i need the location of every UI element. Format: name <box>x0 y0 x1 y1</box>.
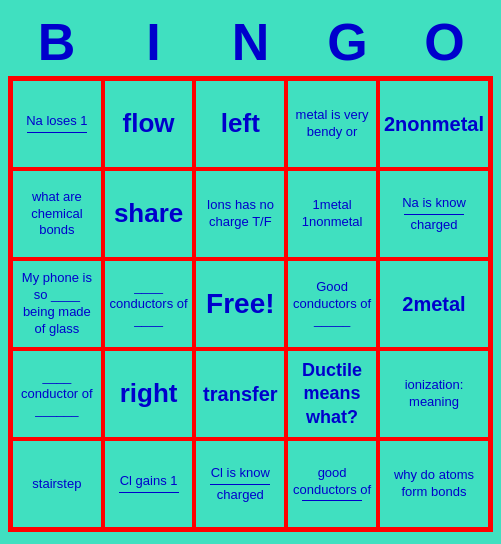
cell-r3c1-text: My phone is so ____ being made of glass <box>17 270 97 338</box>
cell-r1c1: Na loses 1 <box>11 79 103 169</box>
cell-r2c2: share <box>103 169 195 259</box>
header-g: G <box>303 12 393 72</box>
header-b: B <box>12 12 102 72</box>
cell-r5c2-text: Cl gains 1 <box>120 473 178 490</box>
cell-r2c3: Ions has no charge T/F <box>194 169 286 259</box>
cell-r5c3-text: Cl is know <box>211 465 270 482</box>
cell-r4c1: ____ conductor of ______ <box>11 349 103 439</box>
cell-r1c3: left <box>194 79 286 169</box>
cell-r2c1-text: what are chemical bonds <box>17 189 97 240</box>
cell-r1c4: metal is very bendy or <box>286 79 378 169</box>
cell-r3c3-text: Free! <box>206 286 274 322</box>
cell-r4c2: right <box>103 349 195 439</box>
cell-r5c3-sub: charged <box>217 487 264 504</box>
cell-r2c5-sub: charged <box>410 217 457 234</box>
cell-r3c5-text: 2metal <box>402 291 465 317</box>
cell-r3c1: My phone is so ____ being made of glass <box>11 259 103 349</box>
cell-r5c3: Cl is know charged <box>194 439 286 529</box>
cell-r3c4: Good conductors of _____ <box>286 259 378 349</box>
cell-r3c2-text: ____ conductors of ____ <box>109 279 189 330</box>
cell-r3c3-free: Free! <box>194 259 286 349</box>
cell-r3c2: ____ conductors of ____ <box>103 259 195 349</box>
cell-r1c1-blank <box>27 132 87 133</box>
cell-r5c1-text: stairstep <box>32 476 81 493</box>
cell-r4c1-text: ____ conductor of ______ <box>17 369 97 420</box>
header-n: N <box>206 12 296 72</box>
cell-r2c5-text: Na is know <box>402 195 466 212</box>
cell-r5c4-text: good conductors of <box>292 465 372 499</box>
cell-r2c3-text: Ions has no charge T/F <box>200 197 280 231</box>
cell-r4c3-text: transfer <box>203 381 277 407</box>
cell-r2c1: what are chemical bonds <box>11 169 103 259</box>
cell-r4c5-text: ionization: meaning <box>384 377 484 411</box>
cell-r1c4-text: metal is very bendy or <box>292 107 372 141</box>
cell-r4c4: Ductile means what? <box>286 349 378 439</box>
cell-r5c2-blank <box>119 492 179 493</box>
cell-r1c2: flow <box>103 79 195 169</box>
cell-r2c4: 1metal 1nonmetal <box>286 169 378 259</box>
cell-r4c2-text: right <box>120 377 178 411</box>
cell-r5c1: stairstep <box>11 439 103 529</box>
cell-r5c4: good conductors of <box>286 439 378 529</box>
cell-r1c3-text: left <box>221 107 260 141</box>
cell-r2c5-blank <box>404 214 464 215</box>
cell-r1c5: 2nonmetal <box>378 79 490 169</box>
bingo-header: B I N G O <box>8 12 493 72</box>
bingo-grid: Na loses 1 flow left metal is very bendy… <box>8 76 493 532</box>
cell-r5c3-blank <box>210 484 270 485</box>
cell-r2c4-text: 1metal 1nonmetal <box>292 197 372 231</box>
cell-r1c5-text: 2nonmetal <box>384 111 484 137</box>
cell-r2c5: Na is know charged <box>378 169 490 259</box>
cell-r2c2-text: share <box>114 197 183 231</box>
header-o: O <box>400 12 490 72</box>
cell-r1c1-text: Na loses 1 <box>26 113 87 130</box>
cell-r5c5-text: why do atoms form bonds <box>384 467 484 501</box>
cell-r3c5: 2metal <box>378 259 490 349</box>
cell-r4c3: transfer <box>194 349 286 439</box>
cell-r1c2-text: flow <box>123 107 175 141</box>
cell-r4c4-text: Ductile means what? <box>292 359 372 429</box>
cell-r5c5: why do atoms form bonds <box>378 439 490 529</box>
cell-r4c5: ionization: meaning <box>378 349 490 439</box>
cell-r3c4-text: Good conductors of _____ <box>292 279 372 330</box>
header-i: I <box>109 12 199 72</box>
cell-r5c4-blank <box>302 500 362 501</box>
cell-r5c2: Cl gains 1 <box>103 439 195 529</box>
bingo-card: B I N G O Na loses 1 flow left metal is … <box>0 4 501 540</box>
